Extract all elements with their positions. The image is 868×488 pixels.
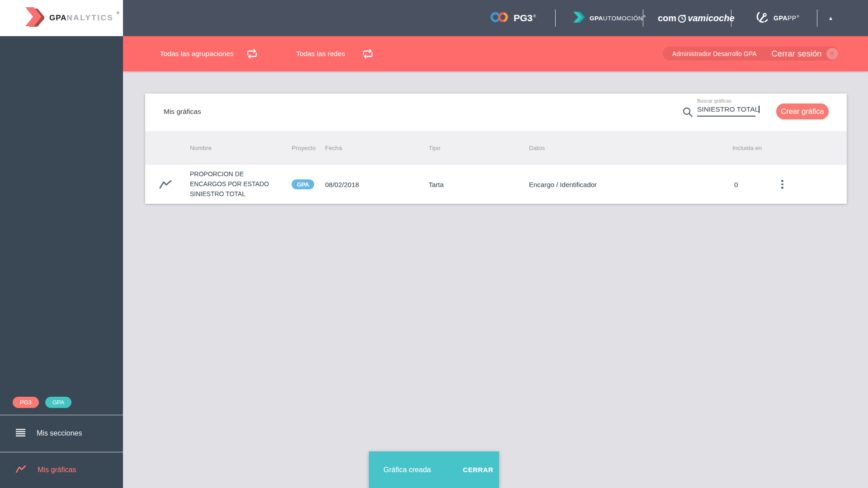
search-input[interactable]: SINIESTRO TOTAL [697, 103, 755, 117]
app-logo-text: GPANALYTICS® [49, 14, 113, 23]
sidebar-item-label: Mis secciones [37, 429, 82, 437]
row-project: GPA [289, 179, 322, 189]
main-content: Mis gráficas Buscar gráficas SINIESTRO T… [123, 71, 868, 488]
charts-card: Mis gráficas Buscar gráficas SINIESTRO T… [145, 94, 847, 204]
column-header-datos[interactable]: Datos [527, 145, 730, 151]
topbar-divider [643, 9, 643, 27]
badge-pg3[interactable]: PG3 [13, 397, 39, 408]
gpautomocion-logo[interactable]: GPAUTOMOCIÓN® [572, 0, 646, 36]
page-title: Mis gráficas [164, 108, 201, 116]
pg3-label: PG3® [514, 13, 536, 23]
all-networks-label[interactable]: Todas las redes [296, 36, 345, 71]
table-row[interactable]: PROPORCION DE ENCARGOS POR ESTADO SINIES… [145, 165, 847, 204]
kebab-menu-icon[interactable] [781, 180, 789, 189]
sidebar-item-mis-graficas[interactable]: Mis gráficas [0, 452, 123, 488]
snackbar-close-button[interactable]: CERRAR [463, 466, 499, 474]
gpanalytics-arrow-icon [23, 7, 44, 29]
logout-button[interactable]: Cerrar sesión [771, 49, 821, 59]
snackbar-message: Gráfica creada [369, 466, 463, 474]
column-header-proyecto[interactable]: Proyecto [289, 145, 322, 151]
text-caret [759, 106, 760, 113]
row-chart-icon [145, 180, 185, 189]
create-chart-button[interactable]: Crear gráfica [776, 103, 829, 119]
topbar-divider [817, 9, 817, 27]
user-name: Administrador Desarrollo GPA [663, 50, 756, 57]
row-date: 08/02/2018 [322, 181, 425, 188]
search-label: Buscar gráficas [697, 98, 765, 103]
swap-groupings-icon[interactable] [246, 48, 258, 61]
snackbar: Gráfica creada CERRAR [369, 451, 499, 488]
column-header-nombre[interactable]: Nombre [185, 145, 289, 151]
filter-bar: Todas las agrupaciones Todas las redes A… [123, 36, 868, 71]
search-field-wrap: Buscar gráficas SINIESTRO TOTAL [697, 98, 765, 117]
table-header-row: Nombre Proyecto Fecha Tipo Datos Incluid… [145, 131, 847, 165]
badge-gpa[interactable]: GPA [45, 397, 71, 408]
card-header: Mis gráficas Buscar gráficas SINIESTRO T… [145, 94, 847, 131]
pg3-infinity-icon [489, 11, 510, 25]
gpautomocion-arrow-icon [572, 11, 586, 25]
all-groupings-label[interactable]: Todas las agrupaciones [160, 36, 234, 71]
project-badge: GPA [292, 179, 314, 189]
collapse-topbar-button[interactable]: ▲ [828, 0, 833, 36]
row-data: Encargo / Identificador [527, 181, 730, 188]
gpautomocion-label: GPAUTOMOCIÓN® [590, 15, 646, 22]
sidebar-item-mis-secciones[interactable]: Mis secciones [0, 415, 123, 452]
chart-line-icon [16, 465, 26, 475]
menu-icon [16, 429, 25, 438]
column-header-tipo[interactable]: Tipo [425, 145, 527, 151]
topbar-divider [555, 9, 556, 27]
column-header-incluida-en[interactable]: Incluida en [730, 145, 773, 151]
clock-icon [677, 14, 687, 23]
app-logo: GPANALYTICS® [0, 0, 123, 36]
search-icon[interactable] [682, 107, 693, 119]
sidebar-badges: PG3 GPA [13, 397, 71, 408]
caret-up-icon: ▲ [828, 15, 833, 21]
row-type: Tarta [425, 181, 527, 188]
page: GPANALYTICS® PG3 GPA Mis secciones [0, 0, 868, 488]
gpapp-logo[interactable]: GPAPP® [755, 0, 799, 36]
pg3-logo[interactable]: PG3® [489, 0, 536, 36]
swap-networks-icon[interactable] [362, 48, 374, 61]
sidebar-item-label: Mis gráficas [38, 466, 76, 474]
row-name: PROPORCION DE ENCARGOS POR ESTADO SINIES… [185, 169, 289, 199]
close-session-icon[interactable]: ✕ [826, 48, 838, 60]
gpapp-label: GPAPP® [774, 14, 799, 22]
topbar-divider [731, 9, 731, 27]
compravamicoche-label-pre: com [658, 13, 676, 23]
user-session-pill: Administrador Desarrollo GPA Cerrar sesi… [663, 47, 839, 61]
search-value: SINIESTRO TOTAL [697, 105, 759, 113]
row-included-in: 0 [730, 181, 773, 188]
gpapp-wrench-icon [755, 10, 770, 26]
sidebar: GPANALYTICS® PG3 GPA Mis secciones [0, 0, 123, 488]
compravamicoche-logo[interactable]: com vamicoche [658, 0, 735, 36]
column-header-fecha[interactable]: Fecha [322, 145, 425, 151]
compravamicoche-label-post: vamicoche [688, 13, 734, 23]
row-actions [773, 180, 847, 189]
topbar: PG3® GPAUTOMOCIÓN® com vamicoche [123, 0, 868, 36]
